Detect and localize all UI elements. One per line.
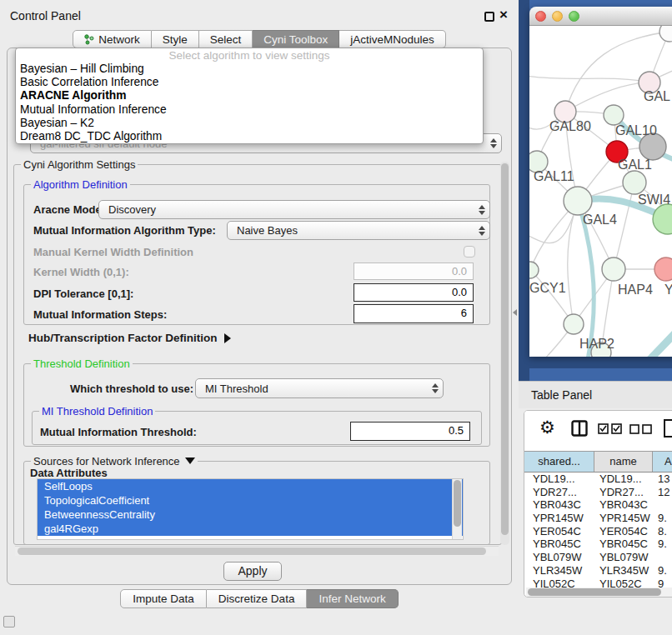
close-icon[interactable]: × (499, 7, 508, 23)
close-traffic-light-icon[interactable] (535, 11, 546, 22)
mi-type-label: Mutual Information Algorithm Type: (33, 224, 216, 237)
checked-boxes-icon[interactable] (598, 423, 623, 434)
sources-legend[interactable]: Sources for Network Inference (31, 455, 198, 468)
table-toolbar: ⚙ (524, 411, 672, 449)
network-edge-highlighted (628, 301, 672, 357)
node-label-y: Y (664, 282, 672, 297)
algorithm-option[interactable]: ARACNE Algorithm (16, 89, 483, 102)
network-window-titlebar[interactable] (529, 7, 672, 26)
network-graph: GALGAL80GAL10GAL1GAL11SWI4GAL4GCY1HAP4YH… (529, 26, 672, 357)
algorithm-definition-legend: Algorithm Definition (31, 178, 130, 191)
table-row[interactable]: YBL079WYBL079W (524, 551, 672, 564)
manual-kernel-checkbox[interactable] (464, 246, 475, 258)
table-cell: YDR27... (524, 486, 594, 499)
control-panel-title: Control Panel (10, 9, 81, 22)
node-swi4[interactable] (623, 171, 646, 194)
tab-style[interactable]: Style (152, 30, 199, 48)
document-icon[interactable] (663, 418, 672, 438)
table-cell: YDL19... (594, 472, 653, 486)
data-attributes-list[interactable]: SelfLoopsTopologicalCoefficientBetweenne… (37, 478, 464, 540)
algorithm-option[interactable]: Basic Correlation Inference (16, 76, 483, 89)
table-cell: 13 (653, 472, 672, 486)
node-label-gcy1: GCY1 (529, 281, 566, 295)
attribute-item[interactable]: SelfLoops (38, 479, 463, 493)
bottom-left-icon[interactable] (3, 616, 15, 628)
control-panel-titlebar: Control Panel × (0, 4, 519, 27)
split-pane-collapse-icon[interactable] (513, 309, 517, 316)
node-hap4[interactable] (602, 258, 625, 281)
table-row[interactable]: YER054CYER054C8. (524, 525, 672, 538)
tab-select[interactable]: Select (199, 30, 253, 48)
zoom-traffic-light-icon[interactable] (569, 11, 579, 22)
mi-steps-field[interactable]: 6 (354, 304, 474, 323)
table-horizontal-scrollbar[interactable] (526, 588, 672, 597)
attributes-scrollbar[interactable] (452, 479, 462, 539)
column-header[interactable]: A (653, 452, 672, 472)
network-edge (529, 76, 649, 82)
node-hap2[interactable] (564, 314, 584, 334)
network-canvas[interactable]: GALGAL80GAL10GAL1GAL11SWI4GAL4GCY1HAP4YH… (529, 26, 672, 357)
table-row[interactable]: YBR043CYBR043C (524, 498, 672, 512)
algorithm-option[interactable]: Bayesian – Hill Climbing (16, 62, 483, 76)
unchecked-boxes-icon[interactable] (629, 424, 653, 434)
split-columns-icon[interactable] (571, 420, 588, 437)
tab-network[interactable]: Network (73, 30, 152, 48)
node-big-green[interactable] (653, 204, 672, 234)
apply-button[interactable]: Apply (223, 562, 282, 581)
minimize-traffic-light-icon[interactable] (552, 11, 563, 22)
tab-jactivemnodules[interactable]: jActiveMNodules (339, 30, 446, 48)
tab-cyni-toolbox[interactable]: Cyni Toolbox (253, 30, 339, 48)
attribute-item[interactable]: gal4RGexp (38, 522, 463, 536)
tab-label: Network (98, 33, 140, 46)
table-cell: YPR145W (524, 512, 594, 525)
bottom-tab-infer-network[interactable]: Infer Network (307, 589, 398, 608)
bottom-tab-impute-data[interactable]: Impute Data (120, 589, 207, 608)
mi-type-select[interactable]: Naive Bayes (227, 221, 490, 240)
kernel-width-label: Kernel Width (0,1): (33, 266, 129, 278)
tab-label: jActiveMNodules (350, 33, 434, 46)
hub-definition-toggle[interactable]: Hub/Transcription Factor Definition (28, 332, 231, 344)
table-row[interactable]: YDR27...YDR27...12 (524, 486, 672, 499)
table-cell: YBR043C (524, 498, 594, 512)
bottom-tab-discretize-data[interactable]: Discretize Data (207, 589, 308, 608)
aracne-mode-select[interactable]: Discovery (98, 200, 490, 219)
settings-vertical-scrollbar[interactable] (500, 162, 509, 545)
table-row[interactable]: YBR045CYBR045C9. (524, 538, 672, 551)
control-panel-tabs: NetworkStyleSelectCyni ToolboxjActiveMNo… (0, 30, 519, 48)
table-row[interactable]: YIL052CYIL052C9 (524, 578, 672, 588)
algorithm-option[interactable]: Bayesian – K2 (16, 117, 483, 130)
combo-stepper-icon (486, 138, 501, 148)
aracne-mode-value: Discovery (99, 203, 474, 216)
node-gal4[interactable] (564, 187, 592, 215)
table-cell: 9. (653, 512, 672, 525)
node-label-gal10: GAL10 (615, 123, 657, 138)
dpi-tolerance-field[interactable]: 0.0 (354, 283, 474, 302)
node-gal10[interactable] (604, 105, 624, 125)
attribute-item[interactable]: TopologicalCoefficient (38, 493, 463, 508)
table-cell: YDL19... (524, 472, 594, 486)
algorithm-option[interactable]: Mutual Information Inference (16, 103, 483, 117)
node-left-small[interactable] (529, 262, 539, 278)
mi-threshold-field[interactable]: 0.5 (350, 422, 470, 441)
attribute-item[interactable]: BetweennessCentrality (38, 508, 463, 522)
node-label-hap4: HAP4 (618, 282, 653, 297)
table-row[interactable]: YPR145WYPR145W9. (524, 512, 672, 525)
settings-horizontal-scrollbar[interactable] (15, 546, 499, 556)
gear-icon[interactable]: ⚙ (539, 418, 555, 438)
table-cell: 12 (653, 486, 672, 499)
column-header[interactable]: shared... (524, 452, 594, 472)
node-top-partial[interactable] (659, 26, 672, 42)
which-threshold-select[interactable]: MI Threshold (195, 378, 444, 398)
float-window-icon[interactable] (484, 12, 494, 22)
mi-threshold-label: Mutual Information Threshold: (40, 426, 197, 438)
column-header[interactable]: name (594, 452, 653, 472)
node-label-gal80: GAL80 (549, 119, 591, 133)
kernel-width-field[interactable]: 0.0 (354, 262, 474, 280)
table-body: YDL19...YDL19...13YDR27...YDR27...12YBR0… (524, 472, 672, 588)
node-salmon[interactable] (654, 258, 672, 281)
cyni-settings-legend: Cyni Algorithm Settings (21, 158, 138, 171)
table-row[interactable]: YLR345WYLR345W9. (524, 564, 672, 578)
table-row[interactable]: YDL19...YDL19...13 (524, 472, 672, 486)
network-view-window[interactable]: GALGAL80GAL10GAL1GAL11SWI4GAL4GCY1HAP4YH… (529, 7, 672, 357)
algorithm-option[interactable]: Dream8 DC_TDC Algorithm (16, 130, 483, 143)
